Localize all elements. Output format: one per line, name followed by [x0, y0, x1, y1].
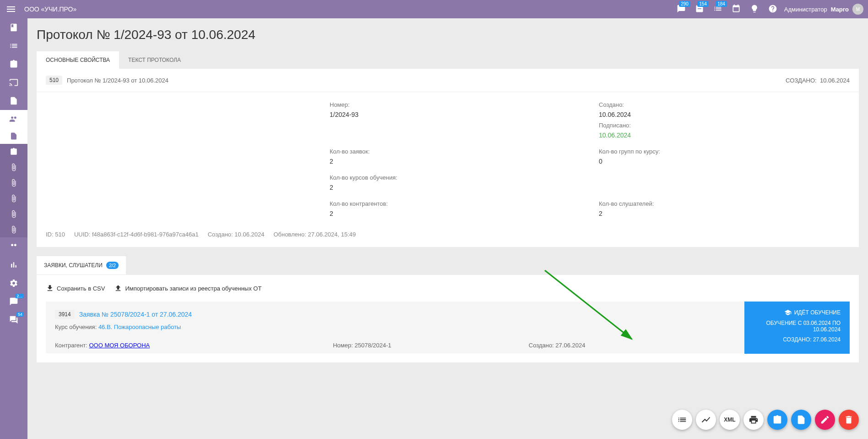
- lightbulb-icon[interactable]: [748, 2, 761, 17]
- prop-requests-value: 2: [330, 158, 580, 165]
- notification-list-icon[interactable]: 184: [711, 2, 725, 17]
- page-title: Протокол № 1/2024-93 от 10.06.2024: [37, 27, 859, 42]
- sidebar-document-icon[interactable]: [0, 92, 27, 110]
- course-link[interactable]: 46.В. Пожароопасные работы: [98, 324, 181, 330]
- tab-protocol-text[interactable]: ТЕКСТ ПРОТОКОЛА: [119, 51, 190, 69]
- request-link[interactable]: Заявка № 25078/2024-1 от 27.06.2024: [79, 311, 192, 318]
- prop-courses-value: 2: [330, 184, 850, 191]
- sidebar-chat-icon[interactable]: 2...: [0, 292, 27, 311]
- prop-number-value: 1/2024-93: [330, 111, 580, 118]
- request-id-tag: 3914: [55, 310, 75, 319]
- graduation-icon: [784, 309, 792, 316]
- upload-icon: [114, 284, 122, 292]
- sidebar-list-icon[interactable]: [0, 37, 27, 55]
- fab-chart[interactable]: [696, 410, 716, 430]
- sidebar-settings-icon[interactable]: [0, 274, 27, 292]
- fab-edit[interactable]: [815, 410, 835, 430]
- save-csv-button[interactable]: Сохранить в CSV: [46, 284, 105, 292]
- header: ООО «УЧИ.ПРО» 290 154 184 Администратор …: [0, 0, 868, 18]
- sidebar-sub-attach2-icon[interactable]: [0, 175, 27, 191]
- fab-delete[interactable]: [839, 410, 859, 430]
- prop-courses-label: Кол-во курсов обучения:: [330, 174, 850, 181]
- sidebar-cast-icon[interactable]: [0, 73, 27, 92]
- prop-requests-label: Кол-во заявок:: [330, 148, 580, 155]
- fab-clipboard[interactable]: [767, 410, 787, 430]
- chart-line-icon: [701, 415, 711, 425]
- sidebar-clipboard-icon[interactable]: [0, 55, 27, 73]
- sidebar: 2... 54: [0, 18, 27, 439]
- help-icon[interactable]: [766, 2, 780, 17]
- prop-contractors-value: 2: [330, 210, 580, 217]
- properties-panel: Номер: 1/2024-93 Создано: 10.06.2024 Под…: [37, 92, 859, 247]
- protocol-id-tag: 510: [46, 76, 62, 85]
- fab-document[interactable]: [791, 410, 811, 430]
- prop-created-label: Создано:: [599, 101, 850, 108]
- sidebar-comment-icon[interactable]: 54: [0, 311, 27, 329]
- sidebar-group-icon[interactable]: [0, 237, 27, 256]
- import-button[interactable]: Импортировать записи из реестра обученны…: [114, 284, 261, 292]
- prop-created-value: 10.06.2024: [599, 111, 850, 118]
- prop-groups-value: 0: [599, 158, 850, 165]
- document-icon: [796, 415, 806, 425]
- contractor-link[interactable]: ООО МОЯ ОБОРОНА: [89, 342, 150, 349]
- sidebar-book-icon[interactable]: [0, 18, 27, 37]
- status-box: ИДЁТ ОБУЧЕНИЕ ОБУЧЕНИЕ С 03.06.2024 ПО 1…: [744, 302, 850, 354]
- edit-icon: [820, 415, 830, 425]
- menu-toggle[interactable]: [5, 3, 17, 16]
- fab-list[interactable]: [672, 410, 692, 430]
- avatar: М: [852, 4, 863, 15]
- request-card: ИДЁТ ОБУЧЕНИЕ ОБУЧЕНИЕ С 03.06.2024 ПО 1…: [46, 302, 850, 353]
- prop-groups-label: Кол-во групп по курсу:: [599, 148, 850, 155]
- prop-signed-label: Подписано:: [599, 122, 850, 129]
- print-icon: [749, 415, 759, 425]
- info-bar: 510 Протокол № 1/2024-93 от 10.06.2024 С…: [37, 69, 859, 92]
- prop-listeners-label: Кол-во слушателей:: [599, 200, 850, 207]
- prop-listeners-value: 2: [599, 210, 850, 217]
- fab-bar: XML: [672, 410, 859, 430]
- sidebar-sub-attach3-icon[interactable]: [0, 191, 27, 206]
- notification-chat-icon[interactable]: 290: [674, 2, 688, 17]
- org-name[interactable]: ООО «УЧИ.ПРО»: [24, 5, 76, 13]
- sidebar-sub-attach1-icon[interactable]: [0, 159, 27, 175]
- notification-doc-icon[interactable]: 154: [693, 2, 706, 17]
- prop-contractors-label: Кол-во контрагентов:: [330, 200, 580, 207]
- delete-icon: [844, 415, 854, 425]
- tab-main-props[interactable]: ОСНОВНЫЕ СВОЙСТВА: [37, 51, 119, 69]
- fab-xml[interactable]: XML: [720, 410, 740, 430]
- calendar-icon[interactable]: [729, 2, 743, 17]
- sidebar-sub-clipboard-icon[interactable]: [0, 144, 27, 159]
- main-content: Протокол № 1/2024-93 от 10.06.2024 ОСНОВ…: [27, 18, 868, 439]
- user-menu[interactable]: Администратор Марго М: [784, 4, 863, 15]
- sidebar-sub-file-icon[interactable]: [0, 128, 27, 144]
- sidebar-sub-attach4-icon[interactable]: [0, 206, 27, 222]
- list-icon: [677, 415, 687, 425]
- sidebar-chart-icon[interactable]: [0, 256, 27, 274]
- sidebar-sub-attach5-icon[interactable]: [0, 222, 27, 237]
- clipboard-icon: [772, 415, 782, 425]
- sub-tab-requests[interactable]: ЗАЯВКИ, СЛУШАТЕЛИ 2/2: [37, 256, 126, 274]
- prop-number-label: Номер:: [330, 101, 580, 108]
- sidebar-people-icon[interactable]: [0, 110, 27, 128]
- download-icon: [46, 284, 54, 292]
- prop-signed-value: 10.06.2024: [599, 132, 850, 139]
- fab-print[interactable]: [743, 410, 764, 430]
